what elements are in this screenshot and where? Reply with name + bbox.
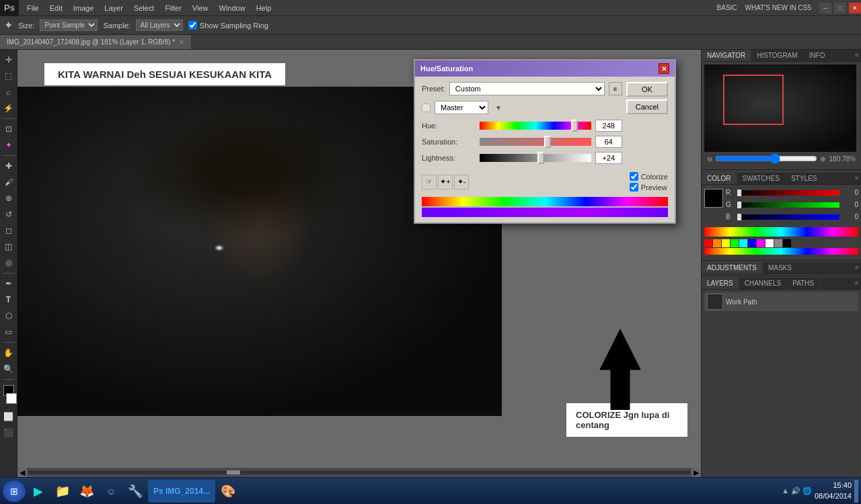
taskbar-app2[interactable]: 🔧: [124, 480, 147, 503]
foreground-swatch[interactable]: [704, 189, 723, 208]
adjustments-tab[interactable]: ADJUSTMENTS: [702, 262, 763, 274]
scroll-left-btn[interactable]: ◀: [17, 468, 27, 477]
close-app-button[interactable]: ✕: [849, 3, 861, 13]
lasso-tool[interactable]: ⌕: [1, 85, 16, 99]
channel-checkbox[interactable]: [422, 103, 430, 112]
zoom-slider[interactable]: [715, 153, 817, 164]
scroll-thumb[interactable]: [227, 470, 240, 474]
swatch-cyan[interactable]: [739, 239, 747, 247]
quick-mask-tool[interactable]: ⬜: [1, 409, 16, 424]
color-panel-options-icon[interactable]: ≡: [852, 173, 861, 184]
blue-slider[interactable]: [737, 214, 839, 220]
swatch-white[interactable]: [765, 239, 774, 247]
adjustments-panel-options-icon[interactable]: ≡: [852, 262, 861, 274]
saturation-slider-thumb[interactable]: [544, 136, 551, 148]
panel-options-icon[interactable]: ≡: [852, 50, 861, 61]
taskbar-media-player[interactable]: ▶: [27, 480, 50, 503]
start-button[interactable]: ⊞: [3, 480, 26, 502]
menu-window[interactable]: Window: [214, 0, 251, 15]
green-slider[interactable]: [737, 202, 839, 208]
saturation-slider-track[interactable]: [480, 138, 591, 146]
preview-checkbox[interactable]: [630, 183, 638, 192]
work-path-layer[interactable]: Work Path: [704, 292, 858, 311]
horizontal-scrollbar[interactable]: ◀ ▶: [17, 468, 701, 477]
paths-tab[interactable]: PATHS: [787, 278, 820, 289]
nav-highlight-rect[interactable]: [723, 75, 784, 125]
layers-panel-options-icon[interactable]: ≡: [852, 278, 861, 289]
lightness-value[interactable]: +24: [595, 152, 622, 164]
menu-file[interactable]: File: [22, 0, 44, 15]
swatch-black[interactable]: [783, 239, 791, 247]
taskbar-photoshop[interactable]: Ps IMG_2014...: [148, 480, 215, 503]
text-tool[interactable]: T: [1, 292, 16, 307]
clone-tool[interactable]: ⊕: [1, 191, 16, 206]
zoom-in-icon[interactable]: ⊕: [820, 155, 825, 163]
maximize-button[interactable]: □: [834, 3, 846, 13]
path-tool[interactable]: ⬡: [1, 308, 16, 323]
scroll-right-btn[interactable]: ▶: [691, 468, 701, 477]
hue-slider-thumb[interactable]: [571, 120, 578, 132]
brush-tool[interactable]: 🖌: [1, 175, 16, 190]
sample-select[interactable]: All Layers: [136, 19, 183, 31]
menu-filter[interactable]: Filter: [159, 0, 186, 15]
masks-tab[interactable]: MASKS: [763, 262, 798, 274]
hue-value[interactable]: 248: [595, 120, 622, 132]
close-tab-icon[interactable]: ✕: [179, 39, 184, 46]
menu-select[interactable]: Select: [128, 0, 160, 15]
saturation-value[interactable]: 64: [595, 136, 622, 148]
swatch-blue[interactable]: [748, 239, 756, 247]
taskbar-firefox[interactable]: 🦊: [75, 480, 98, 503]
eyedropper-tool[interactable]: ✦: [1, 138, 16, 153]
history-tool[interactable]: ↺: [1, 207, 16, 222]
background-color[interactable]: [6, 393, 17, 404]
show-sampling-checkbox[interactable]: [188, 21, 197, 30]
heal-tool[interactable]: ✚: [1, 159, 16, 173]
ok-button[interactable]: OK: [626, 82, 668, 97]
crop-tool[interactable]: ⊡: [1, 122, 16, 136]
cancel-button[interactable]: Cancel: [626, 99, 668, 114]
menu-help[interactable]: Help: [251, 0, 277, 15]
dialog-close-button[interactable]: ✕: [659, 63, 669, 74]
scroll-track[interactable]: [28, 470, 690, 474]
menu-layer[interactable]: Layer: [99, 0, 128, 15]
magic-wand-tool[interactable]: ⚡: [1, 101, 16, 116]
swatch-orange[interactable]: [713, 239, 721, 247]
menu-view[interactable]: View: [187, 0, 214, 15]
layers-tab[interactable]: LAYERS: [702, 278, 739, 289]
hue-slider-track[interactable]: [480, 122, 591, 130]
taskbar-paint[interactable]: 🎨: [217, 480, 239, 503]
image-tab[interactable]: IMG_20140407_172408.jpg @ 181% (Layer 1,…: [0, 35, 192, 49]
swatches-tab[interactable]: SWATCHES: [737, 173, 786, 184]
size-select[interactable]: Point Sample: [40, 19, 98, 31]
eraser-tool[interactable]: ◻: [1, 223, 16, 238]
show-desktop-btn[interactable]: [854, 480, 858, 503]
histogram-tab[interactable]: HISTOGRAM: [751, 50, 803, 61]
lightness-slider-track[interactable]: [480, 154, 591, 162]
shape-tool[interactable]: ▭: [1, 325, 16, 339]
navigator-tab[interactable]: NAVIGATOR: [702, 50, 751, 61]
minimize-button[interactable]: ─: [819, 3, 831, 13]
channels-tab[interactable]: CHANNELS: [739, 278, 787, 289]
move-tool[interactable]: ✛: [1, 52, 16, 67]
green-slider-thumb[interactable]: [737, 201, 742, 209]
menu-edit[interactable]: Edit: [44, 0, 68, 15]
hand-tool[interactable]: ✋: [1, 345, 16, 360]
channel-select[interactable]: Master: [435, 101, 488, 114]
color-spectrum-bar[interactable]: [704, 227, 858, 237]
lightness-slider-thumb[interactable]: [537, 152, 544, 164]
screen-mode-tool[interactable]: ⬛: [1, 425, 16, 440]
zoom-tool[interactable]: 🔍: [1, 362, 16, 376]
pen-tool[interactable]: ✒: [1, 276, 16, 291]
swatch-red[interactable]: [704, 239, 712, 247]
eyedropper-add-icon[interactable]: ✦+: [438, 175, 453, 190]
styles-tab[interactable]: STYLES: [786, 173, 823, 184]
dodge-tool[interactable]: ◎: [1, 255, 16, 270]
eyedropper-sub-icon[interactable]: ✦-: [454, 175, 469, 190]
red-slider-thumb[interactable]: [737, 189, 742, 197]
taskbar-app1[interactable]: ☺: [100, 480, 122, 503]
blue-slider-thumb[interactable]: [737, 213, 742, 221]
finger-tool-icon[interactable]: ☞: [422, 175, 437, 190]
colorize-checkbox[interactable]: [630, 172, 638, 181]
gradient-tool[interactable]: ◫: [1, 239, 16, 254]
spectrum-swatch[interactable]: [704, 248, 858, 255]
